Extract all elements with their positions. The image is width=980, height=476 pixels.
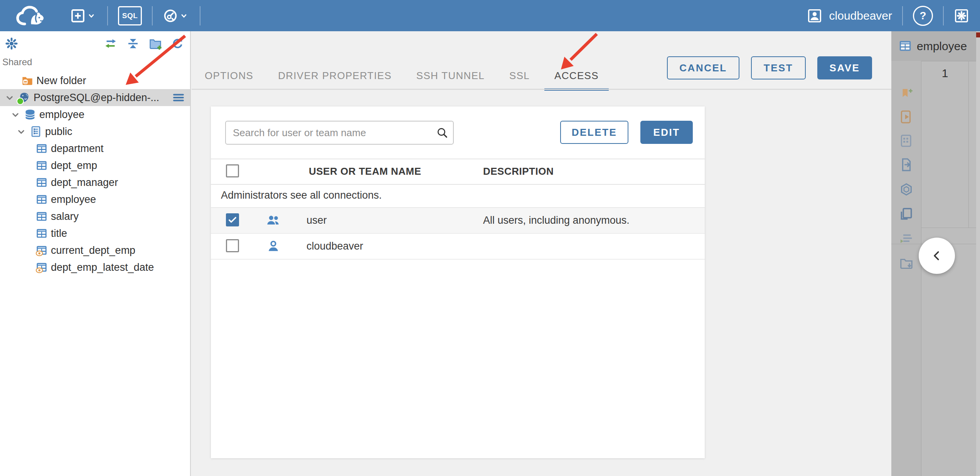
sql-editor-button[interactable]: SQL	[118, 6, 142, 25]
select-all-checkbox[interactable]	[226, 164, 239, 177]
help-button[interactable]: ?	[913, 6, 933, 26]
tree-item-label: New folder	[37, 72, 86, 89]
subject-name: cloudbeaver	[306, 234, 363, 258]
postgres-icon	[18, 91, 30, 104]
search-box	[225, 121, 454, 145]
tab-divider	[192, 89, 891, 90]
folderdb-icon	[21, 74, 34, 87]
export-doc-icon[interactable]	[899, 157, 914, 172]
grid-line	[968, 61, 969, 228]
sync-connections-icon[interactable]	[104, 37, 118, 51]
scrollbar[interactable]	[976, 31, 980, 476]
expander-chevron-icon[interactable]	[10, 109, 21, 121]
access-row-cloudbeaver[interactable]: cloudbeaver	[211, 234, 705, 260]
script-run-icon[interactable]	[899, 110, 914, 124]
toolbar-divider	[107, 6, 108, 25]
table-icon	[35, 193, 48, 206]
settings-button[interactable]	[954, 8, 969, 24]
cancel-button[interactable]: CANCEL	[667, 56, 739, 79]
tree-item-employee[interactable]: employee	[0, 191, 190, 208]
tree-item-label: employee	[39, 106, 84, 123]
chevron-down-icon	[86, 10, 97, 22]
openai-icon[interactable]	[899, 182, 914, 197]
cloudbeaver-logo-icon	[13, 3, 49, 29]
tab-driver-properties[interactable]: DRIVER PROPERTIES	[268, 62, 402, 90]
tree-item-title[interactable]: title	[0, 225, 190, 242]
tree-item-department[interactable]: department	[0, 140, 190, 157]
avatar-icon	[807, 8, 822, 24]
tree-item-salary[interactable]: salary	[0, 208, 190, 225]
tree-item-label: dept_emp	[51, 157, 97, 174]
admin-notice-row: Administrators see all connections.	[211, 184, 705, 208]
settings-tab-bar: OPTIONSDRIVER PROPERTIESSSH TUNNELSSLACC…	[195, 62, 609, 90]
red-marker	[976, 32, 980, 37]
tree-item-current-dept-emp[interactable]: current_dept_emp	[0, 242, 190, 259]
tab-ssh-tunnel[interactable]: SSH TUNNEL	[406, 62, 495, 90]
expander-chevron-icon[interactable]	[15, 126, 27, 138]
row-checkbox[interactable]	[226, 239, 239, 252]
tree-item-label: public	[45, 123, 72, 140]
new-connection-button[interactable]	[70, 8, 97, 24]
editor-toolbar	[891, 61, 921, 476]
dialog-actions: CANCEL TEST SAVE	[667, 56, 872, 79]
tree-item-postgresql-ep-hidden[interactable]: PostgreSQL@ep-hidden-...	[0, 89, 190, 106]
tab-label: employee	[917, 31, 967, 61]
collapse-all-icon[interactable]	[126, 37, 140, 51]
copy-page-icon[interactable]	[899, 207, 914, 221]
table-icon	[35, 142, 48, 155]
tree-item-label: dept_manager	[51, 174, 118, 191]
navigation-sidebar: Shared New folderPostgreSQL@ep-hidden-..…	[0, 31, 191, 476]
tab-ssl[interactable]: SSL	[499, 62, 540, 90]
tab-options[interactable]: OPTIONS	[195, 62, 263, 90]
toolbar-divider	[943, 6, 944, 25]
driver-manager-button[interactable]	[163, 8, 190, 24]
toolbar-divider	[200, 6, 200, 25]
row-checkbox[interactable]	[226, 213, 239, 226]
access-row-user[interactable]: userAll users, including anonymous.	[211, 208, 705, 234]
add-folder-icon[interactable]	[148, 37, 162, 51]
delete-button[interactable]: DELETE	[560, 121, 628, 144]
tree-item-dept-emp-latest-date[interactable]: dept_emp_latest_date	[0, 259, 190, 276]
tree-item-new-folder[interactable]: New folder	[0, 72, 190, 89]
expander-chevron-icon[interactable]	[4, 92, 15, 104]
tree-item-public[interactable]: public	[0, 123, 190, 140]
plus-square-icon	[70, 8, 86, 24]
bookmark-add-icon[interactable]	[899, 87, 914, 102]
sidebar-settings-icon[interactable]	[5, 37, 19, 51]
collapse-panel-button[interactable]	[919, 238, 955, 274]
tab-access[interactable]: ACCESS	[544, 62, 609, 90]
tree-item-dept-manager[interactable]: dept_manager	[0, 174, 190, 191]
item-menu-icon[interactable]	[172, 91, 185, 105]
connection-settings-panel: OPTIONSDRIVER PROPERTIESSSH TUNNELSSLACC…	[192, 31, 891, 476]
subject-name: user	[306, 208, 327, 233]
wrench-circle-icon	[163, 8, 178, 24]
save-button[interactable]: SAVE	[817, 56, 872, 79]
table-script-icon[interactable]	[899, 133, 914, 148]
chevron-left-icon	[930, 249, 944, 263]
user-menu[interactable]: cloudbeaver	[807, 8, 892, 24]
table-icon	[35, 176, 48, 189]
tree-item-label: employee	[51, 191, 96, 208]
view-icon	[35, 261, 48, 273]
tab-employee[interactable]: employee	[891, 31, 976, 61]
folder-import-icon[interactable]	[899, 256, 914, 270]
search-input[interactable]	[226, 122, 453, 144]
access-table-body: userAll users, including anonymous.cloud…	[211, 208, 705, 260]
refresh-icon[interactable]	[171, 37, 185, 51]
cloudbeaver-app: SQL cloudbeaver ?	[0, 0, 980, 476]
access-settings-card: DELETE EDIT USER OR TEAM NAME DESCRIPTIO…	[211, 106, 705, 458]
tree-item-label: PostgreSQL@ep-hidden-...	[34, 89, 159, 106]
team-icon	[266, 213, 281, 228]
database-icon	[24, 108, 36, 121]
person-icon	[266, 238, 281, 254]
test-button[interactable]: TEST	[751, 56, 806, 79]
table-icon	[898, 39, 912, 53]
tree-item-employee[interactable]: employee	[0, 106, 190, 123]
table-icon	[35, 159, 48, 172]
edit-button[interactable]: EDIT	[640, 121, 693, 144]
search-icon[interactable]	[436, 127, 448, 139]
view-icon	[35, 244, 48, 257]
chevron-down-icon	[178, 10, 190, 22]
tree-item-dept-emp[interactable]: dept_emp	[0, 157, 190, 174]
table-icon	[35, 210, 48, 223]
